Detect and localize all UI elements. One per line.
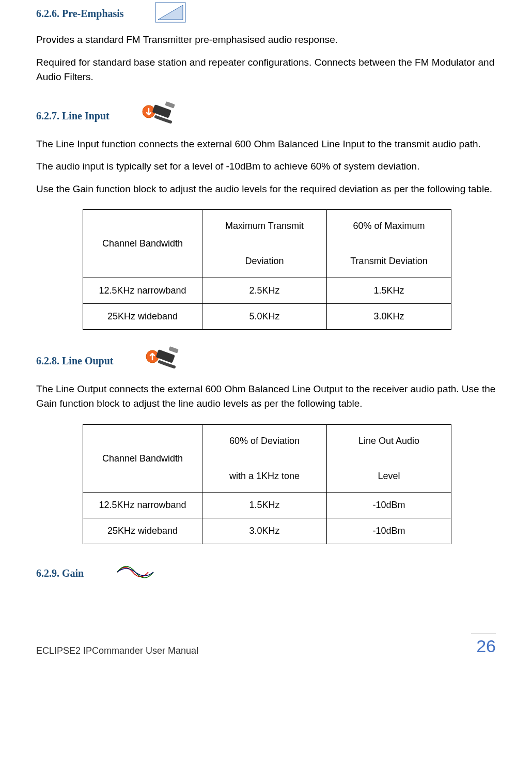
page-number: 26 [471, 634, 496, 656]
table-row: 12.5KHz narrowband 2.5KHz 1.5KHz [83, 278, 451, 303]
table-header: Maximum Transmit Deviation [202, 210, 327, 278]
table-header: Line Out Audio Level [327, 424, 451, 493]
triangle-filter-icon [155, 2, 186, 23]
table-cell: 5.0KHz [202, 303, 327, 329]
table-cell: 3.0KHz [327, 303, 451, 329]
table-header: 60% of Deviation with a 1KHz tone [202, 424, 327, 493]
table-cell: 1.5KHz [327, 278, 451, 303]
svg-rect-7 [169, 346, 179, 353]
table-header-row: Channel Bandwidth 60% of Deviation with … [83, 424, 451, 493]
table-row: 25KHz wideband 5.0KHz 3.0KHz [83, 303, 451, 329]
table-header: Channel Bandwidth [83, 210, 202, 278]
table-cell: -10dBm [327, 493, 451, 518]
svg-rect-4 [165, 101, 175, 109]
line-input-para3: Use the Gain function block to adjust th… [36, 182, 496, 197]
table-header: 60% of Maximum Transmit Deviation [327, 210, 451, 278]
line-input-deviation-table: Channel Bandwidth Maximum Transmit Devia… [83, 209, 451, 330]
section-heading-line-input: 6.2.7. Line Input [36, 110, 109, 122]
pre-emphasis-para2: Required for standard base station and r… [36, 55, 496, 85]
gain-waveform-icon [115, 562, 156, 582]
table-header-row: Channel Bandwidth Maximum Transmit Devia… [83, 210, 451, 278]
line-output-connector-icon [144, 345, 180, 374]
table-cell: 12.5KHz narrowband [83, 278, 202, 303]
table-row: 12.5KHz narrowband 1.5KHz -10dBm [83, 493, 451, 518]
table-cell: -10dBm [327, 518, 451, 544]
pre-emphasis-para1: Provides a standard FM Transmitter pre-e… [36, 33, 496, 48]
line-output-para1: The Line Output connects the external 60… [36, 382, 496, 411]
table-cell: 3.0KHz [202, 518, 327, 544]
footer-manual-title: ECLIPSE2 IPCommander User Manual [36, 645, 198, 656]
table-cell: 1.5KHz [202, 493, 327, 518]
table-row: 25KHz wideband 3.0KHz -10dBm [83, 518, 451, 544]
section-heading-line-output: 6.2.8. Line Ouput [36, 355, 113, 367]
table-header: Channel Bandwidth [83, 424, 202, 493]
table-cell: 25KHz wideband [83, 303, 202, 329]
section-heading-gain: 6.2.9. Gain [36, 567, 84, 579]
line-input-connector-icon [140, 100, 177, 129]
section-heading-pre-emphasis: 6.2.6. Pre-Emphasis [36, 8, 124, 20]
line-output-level-table: Channel Bandwidth 60% of Deviation with … [83, 424, 451, 545]
table-cell: 2.5KHz [202, 278, 327, 303]
table-cell: 12.5KHz narrowband [83, 493, 202, 518]
table-cell: 25KHz wideband [83, 518, 202, 544]
line-input-para2: The audio input is typically set for a l… [36, 159, 496, 174]
line-input-para1: The Line Input function connects the ext… [36, 137, 496, 152]
